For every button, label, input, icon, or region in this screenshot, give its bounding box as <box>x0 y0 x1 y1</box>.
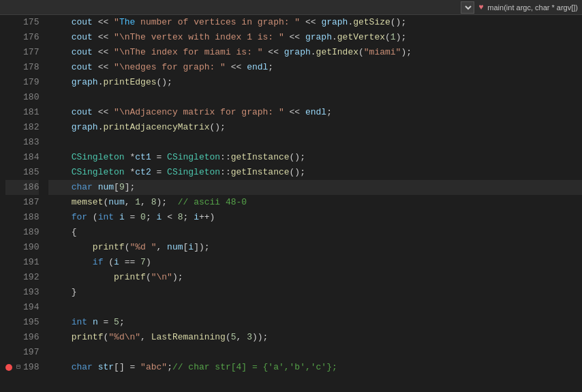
gutter-187: 187 <box>5 195 39 210</box>
function-label: main(int argc, char * argv[]) <box>487 3 578 12</box>
gutter-180: 180 <box>5 90 39 105</box>
gutter-179: 179 <box>5 75 39 90</box>
gutter-177: 177 <box>5 45 39 60</box>
gutter-190: 190 <box>5 240 39 255</box>
gutter-185: 185 <box>5 165 39 180</box>
scope-dropdown[interactable]: ▼ <box>461 1 474 14</box>
gutter-175: 175 <box>5 15 39 30</box>
gutter-178: 178 <box>5 60 39 75</box>
gutter-193: 193 <box>5 285 39 300</box>
code-area: 175 176 177 178 179 180 181 182 183 184 … <box>0 15 582 392</box>
fold-icon-198[interactable]: ⊟ <box>16 360 20 375</box>
gutter-176: 176 <box>5 30 39 45</box>
gutter-183: 183 <box>5 135 39 150</box>
line-186: char num[9]; <box>48 180 582 195</box>
gutter-188: 188 <box>5 210 39 225</box>
line-175: cout << "The number of vertices in graph… <box>48 15 582 30</box>
gutter-182: 182 <box>5 120 39 135</box>
editor-container: ▼ ♥ main(int argc, char * argv[]) 175 17… <box>0 0 582 392</box>
gutter-197: 197 <box>5 345 39 360</box>
line-183 <box>48 135 582 150</box>
gutter-189: 189 <box>5 225 39 240</box>
line-188: for (int i = 0; i < 8; i++) <box>48 210 582 225</box>
title-bar: ▼ ♥ main(int argc, char * argv[]) <box>0 0 582 15</box>
line-195: int n = 5; <box>48 315 582 330</box>
line-185: CSingleton *ct2 = CSingleton::getInstanc… <box>48 165 582 180</box>
line-191: if (i == 7) <box>48 255 582 270</box>
gutter-195: 195 <box>5 315 39 330</box>
line-176: cout << "\nThe vertex with index 1 is: "… <box>48 30 582 45</box>
line-177: cout << "\nThe index for miami is: " << … <box>48 45 582 60</box>
gutter-186: 186 <box>5 180 39 195</box>
line-179: graph.printEdges(); <box>48 75 582 90</box>
gutter-181: 181 <box>5 105 39 120</box>
heart-icon: ♥ <box>478 3 483 12</box>
line-180 <box>48 90 582 105</box>
line-192: printf("\n"); <box>48 270 582 285</box>
line-190: printf("%d ", num[i]); <box>48 240 582 255</box>
line-181: cout << "\nAdjacency matrix for graph: "… <box>48 105 582 120</box>
error-indicator <box>5 364 12 371</box>
line-187: memset(num, 1, 8); // ascii 48-0 <box>48 195 582 210</box>
line-182: graph.printAdjacencyMatrix(); <box>48 120 582 135</box>
gutter-192: 192 <box>5 270 39 285</box>
line-189: { <box>48 225 582 240</box>
gutter-184: 184 <box>5 150 39 165</box>
gutter-191: 191 <box>5 255 39 270</box>
line-178: cout << "\nedges for graph: " << endl; <box>48 60 582 75</box>
line-184: CSingleton *ct1 = CSingleton::getInstanc… <box>48 150 582 165</box>
line-198: char str[] = "abc";// char str[4] = {'a'… <box>48 360 582 375</box>
line-196: printf("%d\n", LastRemanining(5, 3)); <box>48 330 582 345</box>
code-content: cout << "The number of vertices in graph… <box>46 15 582 392</box>
gutter-198: ⊟ 198 <box>5 360 39 375</box>
line-194 <box>48 300 582 315</box>
gutter-196: 196 <box>5 330 39 345</box>
gutter-194: 194 <box>5 300 39 315</box>
line-197 <box>48 345 582 360</box>
line-numbers: 175 176 177 178 179 180 181 182 183 184 … <box>0 15 46 392</box>
line-193: } <box>48 285 582 300</box>
